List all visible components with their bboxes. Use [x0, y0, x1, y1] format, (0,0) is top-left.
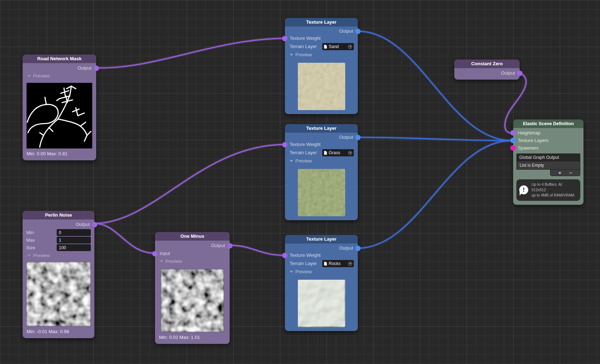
- graph-output-list-title[interactable]: Global Graph Output: [516, 153, 580, 161]
- port-label: Output: [339, 28, 353, 34]
- node-perlin-noise[interactable]: Perlin Noise Output Min Max Size Preview…: [23, 211, 94, 338]
- preview-image: [298, 63, 345, 110]
- max-input[interactable]: [57, 237, 91, 244]
- size-input[interactable]: [57, 244, 91, 251]
- node-title: Texture Layer: [306, 126, 336, 131]
- field-label: Min: [26, 230, 34, 235]
- preview-foldout[interactable]: Preview: [285, 268, 358, 275]
- field-label: Terrain Layer: [290, 150, 317, 155]
- output-port[interactable]: [94, 66, 99, 71]
- output-port[interactable]: [227, 243, 233, 249]
- port-label: Texture Weight: [290, 252, 320, 258]
- node-constant-zero[interactable]: Constant Zero Output: [454, 60, 520, 80]
- warning-text: Up to 4 Buffers. At 512x512 up to 4MB of…: [531, 182, 577, 198]
- node-texture-layer-grass[interactable]: Texture Layer Output Texture Weight Terr…: [285, 124, 358, 220]
- foldout-arrow-icon: [160, 260, 163, 263]
- output-row: Output: [285, 134, 358, 141]
- port-label: Output: [78, 65, 92, 71]
- node-header[interactable]: Texture Layer: [285, 235, 358, 244]
- list-footer: + −: [550, 170, 580, 176]
- object-picker-icon[interactable]: [348, 151, 352, 155]
- heightmap-port[interactable]: [510, 130, 516, 136]
- terrain-layer-row: Terrain Layer Sand: [285, 42, 358, 51]
- object-picker-icon[interactable]: [348, 45, 352, 49]
- wire-oneminus-to-rocks-weight[interactable]: [230, 245, 285, 255]
- asset-icon: [324, 151, 327, 155]
- node-header[interactable]: Texture Layer: [285, 124, 358, 133]
- node-title: Texture Layer: [306, 236, 336, 242]
- list-empty-row: List is Empty: [516, 161, 580, 170]
- node-road-network-mask[interactable]: Road Network Mask Output Preview: [23, 55, 96, 160]
- preview-foldout[interactable]: Preview: [23, 252, 94, 260]
- preview-foldout[interactable]: Preview: [23, 72, 96, 80]
- texture-weight-port[interactable]: [282, 253, 287, 258]
- node-elastic-scene-definition[interactable]: Elastic Scene Definition Heightmap Textu…: [513, 119, 583, 205]
- port-label: Output: [339, 245, 353, 251]
- preview-image: [27, 83, 92, 148]
- input-port[interactable]: [152, 251, 158, 256]
- terrain-layer-value: Sand: [329, 43, 339, 50]
- node-texture-layer-rocks[interactable]: Texture Layer Output Texture Weight Terr…: [285, 235, 358, 331]
- node-title: Texture Layer: [306, 19, 336, 25]
- output-port[interactable]: [92, 222, 97, 227]
- node-header[interactable]: Texture Layer: [285, 18, 358, 27]
- preview-image: [298, 280, 345, 327]
- node-one-minus[interactable]: One Minus Output Input Preview Min: 0.02…: [155, 232, 230, 344]
- wire-road-to-sand-weight[interactable]: [96, 38, 285, 68]
- texture-weight-port[interactable]: [282, 142, 287, 147]
- output-port[interactable]: [355, 246, 361, 251]
- terrain-layer-value: Rocks: [329, 260, 341, 267]
- node-header[interactable]: Road Network Mask: [23, 55, 96, 63]
- texture-weight-port[interactable]: [282, 36, 287, 41]
- output-row: Output: [23, 221, 94, 228]
- terrain-layer-row: Terrain Layer Grass: [285, 148, 358, 157]
- foldout-arrow-icon: [27, 75, 31, 77]
- node-header[interactable]: Perlin Noise: [23, 211, 94, 219]
- min-input[interactable]: [57, 229, 91, 236]
- spawners-port[interactable]: [510, 145, 516, 151]
- texture-layers-port[interactable]: [510, 138, 516, 143]
- texture-weight-row: Texture Weight: [285, 252, 358, 259]
- output-port[interactable]: [355, 135, 361, 140]
- spawners-row: Spawners: [513, 144, 583, 152]
- foldout-arrow-icon: [290, 54, 293, 56]
- output-port[interactable]: [517, 71, 522, 76]
- preview-stats: Min: -0.01 Max: 0.98: [23, 326, 94, 334]
- field-label: Terrain Layer: [290, 261, 317, 266]
- wire-grass-to-elastic-texture-layers[interactable]: [358, 137, 512, 141]
- terrain-layer-selector[interactable]: Rocks: [322, 260, 354, 267]
- node-texture-layer-sand[interactable]: Texture Layer Output Texture Weight Terr…: [285, 18, 358, 114]
- port-label: Input: [160, 251, 170, 256]
- terrain-layer-value: Grass: [329, 149, 340, 156]
- preview-foldout[interactable]: Preview: [155, 257, 230, 265]
- size-field-row: Size: [23, 244, 94, 251]
- preview-foldout[interactable]: Preview: [285, 157, 358, 165]
- node-header[interactable]: Elastic Scene Definition: [513, 119, 583, 128]
- preview-foldout[interactable]: Preview: [285, 51, 358, 58]
- preview-image: [298, 169, 345, 216]
- object-picker-icon[interactable]: [348, 262, 352, 266]
- add-item-button[interactable]: +: [558, 170, 561, 175]
- input-row: Input: [155, 250, 230, 257]
- port-label: Output: [501, 70, 515, 76]
- output-port[interactable]: [355, 29, 361, 34]
- wire-sand-to-elastic-texture-layers[interactable]: [358, 31, 512, 141]
- texture-layers-row: Texture Layers: [513, 137, 583, 144]
- wire-rocks-to-elastic-texture-layers[interactable]: [358, 141, 512, 248]
- asset-icon: [324, 45, 327, 49]
- road-network-preview: [27, 83, 92, 148]
- output-row: Output: [23, 64, 96, 72]
- terrain-layer-selector[interactable]: Sand: [322, 43, 354, 50]
- node-header[interactable]: One Minus: [155, 232, 230, 241]
- foldout-arrow-icon: [290, 160, 293, 162]
- terrain-layer-selector[interactable]: Grass: [322, 149, 354, 156]
- node-title: Perlin Noise: [45, 212, 72, 218]
- min-field-row: Min: [23, 229, 94, 236]
- node-graph-canvas[interactable]: Road Network Mask Output Preview: [0, 0, 600, 364]
- node-title: Elastic Scene Definition: [523, 121, 574, 126]
- port-label: Output: [339, 134, 353, 140]
- wire-perlin-to-grass-weight[interactable]: [94, 145, 285, 223]
- node-header[interactable]: Constant Zero: [454, 60, 520, 68]
- wire-perlin-to-oneminus-input[interactable]: [94, 223, 155, 253]
- remove-item-button[interactable]: −: [569, 170, 572, 175]
